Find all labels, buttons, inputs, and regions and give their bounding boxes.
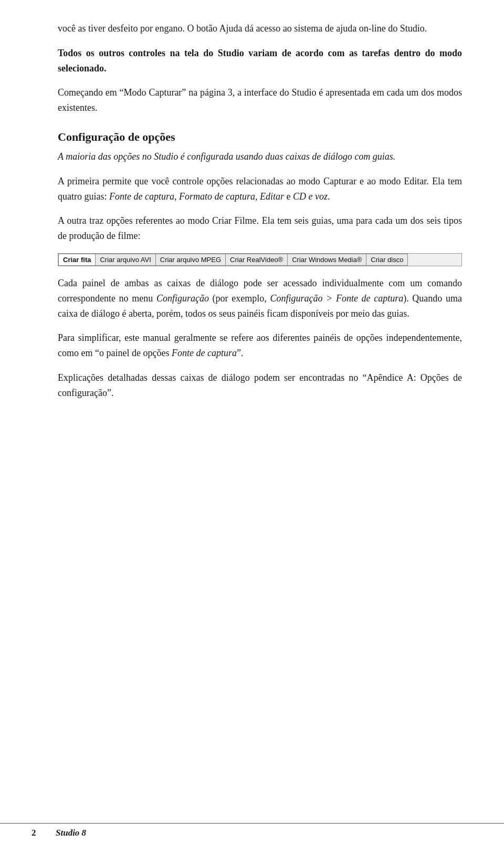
tab-criar-avi[interactable]: Criar arquivo AVI: [95, 254, 155, 266]
paragraph-8: Para simplificar, este manual geralmente…: [58, 330, 462, 361]
para8-end: ”.: [237, 348, 244, 358]
footer: 2 Studio 8: [0, 823, 504, 838]
paragraph-4-italic: A maioria das opções no Studio é configu…: [58, 149, 462, 164]
para5-italic2-text: CD e voz: [293, 191, 328, 202]
para7-italic: Configuração: [156, 293, 209, 304]
tab-criar-realvideo[interactable]: Criar RealVideo®: [225, 254, 287, 266]
para2-bold-text: Todos os outros controles na tela do Stu…: [58, 48, 462, 74]
footer-title: Studio 8: [56, 828, 86, 838]
para4-italic-text: A maioria das opções no Studio é configu…: [58, 151, 395, 162]
para7-italic2: Configuração > Fonte de captura: [270, 293, 403, 304]
footer-page-number: 2: [32, 828, 41, 838]
tab-criar-fita[interactable]: Criar fita: [58, 254, 95, 266]
para5-italic-text: Fonte de captura, Formato de captura, Ed…: [109, 191, 284, 202]
para8-italic: Fonte de captura: [172, 348, 237, 358]
tabs-bar: Criar fita Criar arquivo AVI Criar arqui…: [58, 253, 462, 266]
paragraph-2-bold: Todos os outros controles na tela do Stu…: [58, 46, 462, 76]
tab-criar-disco[interactable]: Criar disco: [366, 254, 408, 266]
paragraph-1: você as tiver desfeito por engano. O bot…: [58, 21, 462, 36]
para5-end: e: [284, 191, 293, 202]
page-container: você as tiver desfeito por engano. O bot…: [0, 0, 504, 854]
section-heading-config: Configuração de opções: [58, 130, 462, 144]
para9-text: Explicações detalhadas dessas caixas de …: [58, 372, 462, 398]
paragraph-6: A outra traz opções referentes ao modo C…: [58, 213, 462, 244]
paragraph-3: Começando em “Modo Capturar” na página 3…: [58, 85, 462, 116]
paragraph-9: Explicações detalhadas dessas caixas de …: [58, 370, 462, 401]
paragraph-5: A primeira permite que você controle opç…: [58, 174, 462, 204]
para5-dot: .: [328, 191, 330, 202]
para8-part1: Para simplificar, este manual geralmente…: [58, 332, 462, 358]
para1-text: você as tiver desfeito por engano. O bot…: [58, 23, 427, 34]
para6-text: A outra traz opções referentes ao modo C…: [58, 215, 462, 241]
tab-criar-windows-media[interactable]: Criar Windows Media®: [287, 254, 366, 266]
paragraph-7: Cada painel de ambas as caixas de diálog…: [58, 276, 462, 321]
para3-text: Começando em “Modo Capturar” na página 3…: [58, 87, 462, 113]
tab-criar-mpeg[interactable]: Criar arquivo MPEG: [155, 254, 225, 266]
para7-part2: (por exemplo,: [209, 293, 270, 304]
